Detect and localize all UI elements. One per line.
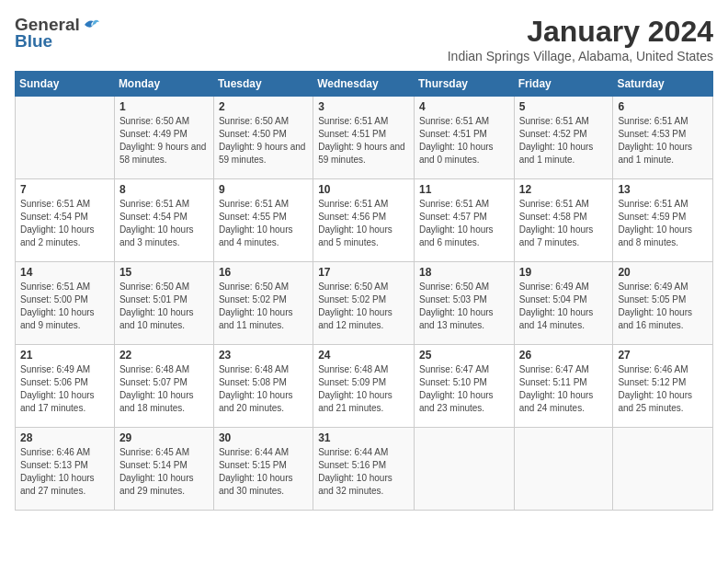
day-number: 10 bbox=[318, 183, 409, 196]
page-header: General Blue January 2024 Indian Springs… bbox=[15, 15, 713, 63]
calendar-cell: 13Sunrise: 6:51 AMSunset: 4:59 PMDayligh… bbox=[613, 179, 713, 262]
day-info: Sunrise: 6:51 AMSunset: 4:59 PMDaylight:… bbox=[618, 198, 708, 249]
day-number: 16 bbox=[219, 266, 308, 279]
day-number: 6 bbox=[618, 100, 708, 113]
day-number: 19 bbox=[519, 266, 609, 279]
day-number: 30 bbox=[219, 431, 308, 444]
day-number: 5 bbox=[519, 100, 609, 113]
day-info: Sunrise: 6:51 AMSunset: 4:57 PMDaylight:… bbox=[419, 198, 509, 249]
day-number: 15 bbox=[119, 266, 209, 279]
day-info: Sunrise: 6:51 AMSunset: 4:56 PMDaylight:… bbox=[318, 198, 409, 249]
calendar-cell: 9Sunrise: 6:51 AMSunset: 4:55 PMDaylight… bbox=[213, 179, 313, 262]
calendar-cell: 12Sunrise: 6:51 AMSunset: 4:58 PMDayligh… bbox=[514, 179, 613, 262]
day-number: 1 bbox=[119, 100, 209, 113]
day-number: 24 bbox=[318, 349, 409, 362]
day-info: Sunrise: 6:49 AMSunset: 5:04 PMDaylight:… bbox=[519, 281, 609, 332]
calendar-cell: 17Sunrise: 6:50 AMSunset: 5:02 PMDayligh… bbox=[313, 262, 415, 345]
logo-bird-icon bbox=[81, 17, 101, 33]
day-info: Sunrise: 6:50 AMSunset: 5:02 PMDaylight:… bbox=[318, 281, 409, 332]
weekday-header-wednesday: Wednesday bbox=[313, 72, 415, 97]
calendar-cell: 5Sunrise: 6:51 AMSunset: 4:52 PMDaylight… bbox=[514, 97, 613, 179]
calendar-cell: 6Sunrise: 6:51 AMSunset: 4:53 PMDaylight… bbox=[613, 97, 713, 179]
day-number: 3 bbox=[318, 100, 409, 113]
day-number: 26 bbox=[519, 349, 609, 362]
day-info: Sunrise: 6:50 AMSunset: 5:01 PMDaylight:… bbox=[119, 281, 209, 332]
logo-blue: Blue bbox=[15, 31, 52, 52]
calendar-cell: 25Sunrise: 6:47 AMSunset: 5:10 PMDayligh… bbox=[414, 345, 514, 428]
calendar-cell: 16Sunrise: 6:50 AMSunset: 5:02 PMDayligh… bbox=[213, 262, 313, 345]
weekday-header-sunday: Sunday bbox=[16, 72, 115, 97]
calendar-cell: 18Sunrise: 6:50 AMSunset: 5:03 PMDayligh… bbox=[414, 262, 514, 345]
week-row-5: 28Sunrise: 6:46 AMSunset: 5:13 PMDayligh… bbox=[16, 428, 713, 511]
day-number: 25 bbox=[419, 349, 509, 362]
day-info: Sunrise: 6:50 AMSunset: 5:02 PMDaylight:… bbox=[219, 281, 308, 332]
calendar-cell: 7Sunrise: 6:51 AMSunset: 4:54 PMDaylight… bbox=[16, 179, 115, 262]
day-info: Sunrise: 6:51 AMSunset: 4:51 PMDaylight:… bbox=[419, 115, 509, 167]
calendar-cell: 29Sunrise: 6:45 AMSunset: 5:14 PMDayligh… bbox=[114, 428, 213, 511]
day-info: Sunrise: 6:49 AMSunset: 5:06 PMDaylight:… bbox=[20, 363, 109, 415]
day-info: Sunrise: 6:50 AMSunset: 4:50 PMDaylight:… bbox=[219, 115, 308, 167]
weekday-header-row: SundayMondayTuesdayWednesdayThursdayFrid… bbox=[16, 72, 713, 97]
day-number: 11 bbox=[419, 183, 509, 196]
weekday-header-tuesday: Tuesday bbox=[213, 72, 313, 97]
calendar-cell: 23Sunrise: 6:48 AMSunset: 5:08 PMDayligh… bbox=[213, 345, 313, 428]
day-info: Sunrise: 6:48 AMSunset: 5:09 PMDaylight:… bbox=[318, 363, 409, 415]
calendar-cell: 10Sunrise: 6:51 AMSunset: 4:56 PMDayligh… bbox=[313, 179, 415, 262]
day-number: 27 bbox=[618, 349, 708, 362]
day-info: Sunrise: 6:47 AMSunset: 5:11 PMDaylight:… bbox=[519, 363, 609, 415]
day-info: Sunrise: 6:51 AMSunset: 4:53 PMDaylight:… bbox=[618, 115, 708, 167]
day-number: 28 bbox=[20, 431, 109, 444]
day-number: 8 bbox=[119, 183, 209, 196]
day-info: Sunrise: 6:44 AMSunset: 5:15 PMDaylight:… bbox=[219, 446, 308, 498]
day-info: Sunrise: 6:51 AMSunset: 4:51 PMDaylight:… bbox=[318, 115, 409, 167]
weekday-header-friday: Friday bbox=[514, 72, 613, 97]
title-section: January 2024 Indian Springs Village, Ala… bbox=[448, 15, 713, 63]
calendar-cell: 28Sunrise: 6:46 AMSunset: 5:13 PMDayligh… bbox=[16, 428, 115, 511]
day-info: Sunrise: 6:48 AMSunset: 5:07 PMDaylight:… bbox=[119, 363, 209, 415]
day-info: Sunrise: 6:50 AMSunset: 4:49 PMDaylight:… bbox=[119, 115, 209, 167]
calendar-cell: 14Sunrise: 6:51 AMSunset: 5:00 PMDayligh… bbox=[16, 262, 115, 345]
day-info: Sunrise: 6:47 AMSunset: 5:10 PMDaylight:… bbox=[419, 363, 509, 415]
calendar-cell: 31Sunrise: 6:44 AMSunset: 5:16 PMDayligh… bbox=[313, 428, 415, 511]
calendar-cell: 27Sunrise: 6:46 AMSunset: 5:12 PMDayligh… bbox=[613, 345, 713, 428]
day-number: 29 bbox=[119, 431, 209, 444]
week-row-1: 1Sunrise: 6:50 AMSunset: 4:49 PMDaylight… bbox=[16, 97, 713, 179]
calendar-cell: 22Sunrise: 6:48 AMSunset: 5:07 PMDayligh… bbox=[114, 345, 213, 428]
day-number: 18 bbox=[419, 266, 509, 279]
day-number: 23 bbox=[219, 349, 308, 362]
weekday-header-saturday: Saturday bbox=[613, 72, 713, 97]
day-info: Sunrise: 6:46 AMSunset: 5:12 PMDaylight:… bbox=[618, 363, 708, 415]
calendar-cell bbox=[514, 428, 613, 511]
day-info: Sunrise: 6:51 AMSunset: 4:54 PMDaylight:… bbox=[119, 198, 209, 249]
calendar-cell: 8Sunrise: 6:51 AMSunset: 4:54 PMDaylight… bbox=[114, 179, 213, 262]
weekday-header-monday: Monday bbox=[114, 72, 213, 97]
day-number: 20 bbox=[618, 266, 708, 279]
calendar-cell: 15Sunrise: 6:50 AMSunset: 5:01 PMDayligh… bbox=[114, 262, 213, 345]
calendar-cell: 20Sunrise: 6:49 AMSunset: 5:05 PMDayligh… bbox=[613, 262, 713, 345]
day-number: 31 bbox=[318, 431, 409, 444]
calendar-cell: 26Sunrise: 6:47 AMSunset: 5:11 PMDayligh… bbox=[514, 345, 613, 428]
day-number: 17 bbox=[318, 266, 409, 279]
calendar-cell bbox=[613, 428, 713, 511]
day-info: Sunrise: 6:44 AMSunset: 5:16 PMDaylight:… bbox=[318, 446, 409, 498]
day-number: 2 bbox=[219, 100, 308, 113]
calendar-cell: 1Sunrise: 6:50 AMSunset: 4:49 PMDaylight… bbox=[114, 97, 213, 179]
day-info: Sunrise: 6:50 AMSunset: 5:03 PMDaylight:… bbox=[419, 281, 509, 332]
calendar-cell: 11Sunrise: 6:51 AMSunset: 4:57 PMDayligh… bbox=[414, 179, 514, 262]
logo: General Blue bbox=[15, 15, 101, 52]
calendar-cell: 24Sunrise: 6:48 AMSunset: 5:09 PMDayligh… bbox=[313, 345, 415, 428]
week-row-3: 14Sunrise: 6:51 AMSunset: 5:00 PMDayligh… bbox=[16, 262, 713, 345]
calendar-cell: 21Sunrise: 6:49 AMSunset: 5:06 PMDayligh… bbox=[16, 345, 115, 428]
calendar-cell: 2Sunrise: 6:50 AMSunset: 4:50 PMDaylight… bbox=[213, 97, 313, 179]
day-info: Sunrise: 6:51 AMSunset: 4:55 PMDaylight:… bbox=[219, 198, 308, 249]
day-number: 12 bbox=[519, 183, 609, 196]
week-row-2: 7Sunrise: 6:51 AMSunset: 4:54 PMDaylight… bbox=[16, 179, 713, 262]
day-number: 4 bbox=[419, 100, 509, 113]
weekday-header-thursday: Thursday bbox=[414, 72, 514, 97]
day-info: Sunrise: 6:51 AMSunset: 4:52 PMDaylight:… bbox=[519, 115, 609, 167]
calendar-cell: 3Sunrise: 6:51 AMSunset: 4:51 PMDaylight… bbox=[313, 97, 415, 179]
day-number: 7 bbox=[20, 183, 109, 196]
calendar-cell bbox=[414, 428, 514, 511]
calendar-cell bbox=[16, 97, 115, 179]
day-info: Sunrise: 6:51 AMSunset: 5:00 PMDaylight:… bbox=[20, 281, 109, 332]
